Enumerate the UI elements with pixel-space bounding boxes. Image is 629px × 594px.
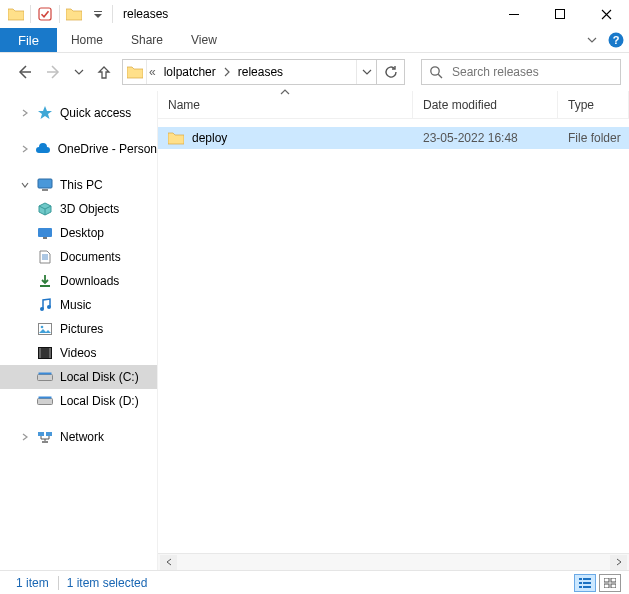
tree-downloads[interactable]: Downloads (0, 269, 157, 293)
tree-label: Videos (60, 346, 96, 360)
svg-rect-27 (579, 578, 582, 580)
svg-rect-12 (40, 285, 50, 287)
chevron-right-icon[interactable] (222, 67, 232, 77)
navigation-pane: Quick access OneDrive - Person This PC 3… (0, 91, 157, 570)
svg-rect-11 (43, 237, 47, 239)
svg-text:?: ? (613, 34, 620, 46)
svg-rect-26 (42, 441, 48, 443)
recent-locations-button[interactable] (72, 60, 86, 84)
ribbon-expand-button[interactable] (581, 28, 603, 52)
tree-label: Local Disk (C:) (60, 370, 139, 384)
svg-point-13 (40, 307, 44, 311)
svg-rect-29 (579, 582, 582, 584)
chevron-right-icon[interactable] (20, 145, 29, 153)
tree-local-disk-d[interactable]: Local Disk (D:) (0, 389, 157, 413)
tree-label: Documents (60, 250, 121, 264)
forward-button[interactable] (42, 60, 66, 84)
svg-rect-24 (38, 432, 44, 436)
chevron-left-icon[interactable]: « (147, 65, 158, 79)
status-item-count: 1 item (8, 576, 58, 590)
column-header-name[interactable]: Name (158, 91, 413, 118)
scroll-right-button[interactable] (610, 555, 627, 570)
folder-icon (4, 3, 28, 25)
tree-label: Pictures (60, 322, 103, 336)
chevron-right-icon[interactable] (20, 109, 30, 117)
svg-rect-3 (556, 10, 565, 19)
svg-point-6 (431, 67, 439, 75)
tab-share[interactable]: Share (117, 28, 177, 52)
tree-pictures[interactable]: Pictures (0, 317, 157, 341)
tab-file[interactable]: File (0, 28, 57, 52)
tree-label: Desktop (60, 226, 104, 240)
status-selected-count: 1 item selected (58, 576, 157, 590)
breadcrumb-parent[interactable]: lolpatcher (158, 60, 222, 84)
status-bar: 1 item 1 item selected (0, 570, 629, 594)
tree-label: Local Disk (D:) (60, 394, 139, 408)
tab-home[interactable]: Home (57, 28, 117, 52)
svg-rect-21 (39, 373, 52, 375)
tree-this-pc[interactable]: This PC (0, 173, 157, 197)
scroll-left-button[interactable] (160, 555, 177, 570)
tree-local-disk-c[interactable]: Local Disk (C:) (0, 365, 157, 389)
svg-rect-9 (42, 189, 48, 191)
tree-music[interactable]: Music (0, 293, 157, 317)
file-row[interactable]: deploy 23-05-2022 16:48 File folder (158, 127, 629, 149)
tree-documents[interactable]: Documents (0, 245, 157, 269)
titlebar: releases (0, 0, 629, 28)
ribbon-tabs: File Home Share View ? (0, 28, 629, 53)
view-details-button[interactable] (574, 574, 596, 592)
folder-icon (123, 60, 147, 84)
column-header-type[interactable]: Type (558, 91, 629, 118)
back-button[interactable] (12, 60, 36, 84)
horizontal-scrollbar[interactable] (158, 553, 629, 570)
help-button[interactable]: ? (603, 28, 629, 52)
tree-network[interactable]: Network (0, 425, 157, 449)
tree-3d-objects[interactable]: 3D Objects (0, 197, 157, 221)
navigation-bar: « lolpatcher releases (0, 53, 629, 91)
folder-icon (168, 131, 184, 145)
tree-label: Quick access (60, 106, 131, 120)
minimize-button[interactable] (491, 0, 537, 28)
drive-icon (36, 396, 54, 406)
tree-onedrive[interactable]: OneDrive - Person (0, 137, 157, 161)
tree-quick-access[interactable]: Quick access (0, 101, 157, 125)
tree-label: 3D Objects (60, 202, 119, 216)
svg-rect-33 (604, 578, 609, 582)
svg-rect-18 (39, 348, 41, 358)
cloud-icon (35, 143, 51, 155)
column-header-date[interactable]: Date modified (413, 91, 558, 118)
chevron-down-icon[interactable] (20, 181, 30, 189)
address-bar[interactable]: « lolpatcher releases (122, 59, 377, 85)
chevron-right-icon[interactable] (20, 433, 30, 441)
file-date: 23-05-2022 16:48 (413, 131, 558, 145)
svg-point-14 (47, 305, 51, 309)
picture-icon (36, 323, 54, 335)
document-icon (36, 250, 54, 264)
qat-chevron-down-icon[interactable] (86, 3, 110, 25)
svg-rect-32 (583, 586, 591, 588)
tree-label: Music (60, 298, 91, 312)
column-label: Type (568, 98, 594, 112)
maximize-button[interactable] (537, 0, 583, 28)
svg-rect-31 (579, 586, 582, 588)
properties-qat-button[interactable] (33, 3, 57, 25)
search-input[interactable] (450, 64, 620, 80)
tree-videos[interactable]: Videos (0, 341, 157, 365)
tree-desktop[interactable]: Desktop (0, 221, 157, 245)
network-icon (36, 431, 54, 443)
file-type: File folder (558, 131, 629, 145)
address-history-button[interactable] (356, 60, 376, 84)
sort-ascending-icon (280, 89, 290, 95)
column-label: Name (168, 98, 200, 112)
close-button[interactable] (583, 0, 629, 28)
svg-rect-25 (46, 432, 52, 436)
search-box[interactable] (421, 59, 621, 85)
download-icon (36, 274, 54, 288)
svg-rect-2 (509, 14, 519, 15)
tab-view[interactable]: View (177, 28, 231, 52)
svg-rect-19 (49, 348, 51, 358)
view-large-icons-button[interactable] (599, 574, 621, 592)
up-button[interactable] (92, 60, 116, 84)
refresh-button[interactable] (377, 59, 405, 85)
breadcrumb-current[interactable]: releases (232, 60, 289, 84)
